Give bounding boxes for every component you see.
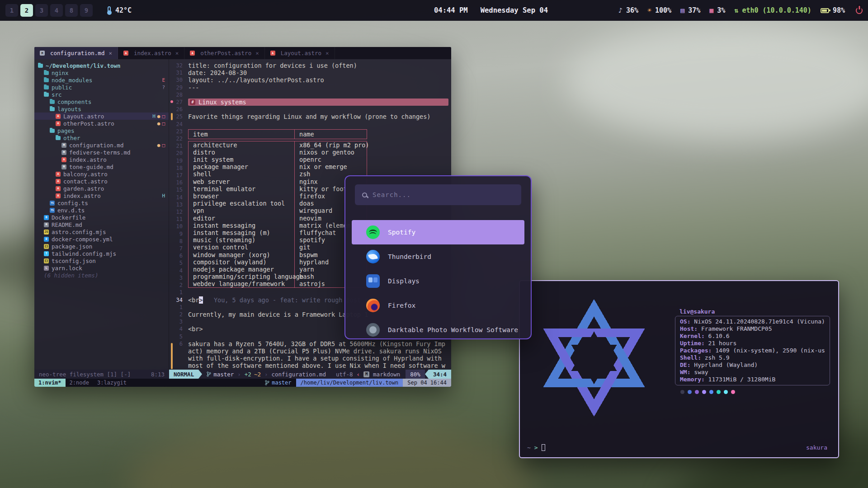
tree-item-balcony.astro[interactable]: balcony.astro [34, 170, 169, 178]
statusline-filename: configuration.md [272, 370, 326, 379]
tab-label: otherPost.astro [200, 50, 251, 56]
tree-item-contact.astro[interactable]: contact.astro [34, 178, 169, 185]
tree-item-nginx[interactable]: nginx [34, 69, 169, 76]
tree-item-tsconfig.json[interactable]: tsconfig.json [34, 257, 169, 264]
js-icon [44, 230, 49, 235]
fetch-field: Shell: zsh 5.9 [680, 354, 825, 361]
tree-item-otherPost.astro[interactable]: otherPost.astro●□ [34, 120, 169, 127]
launcher-item-Thunderbird[interactable]: Thunderbird [352, 244, 524, 269]
table-row: version controlgit [189, 244, 367, 251]
workspace-1[interactable]: 1 [5, 4, 18, 17]
workspace-9[interactable]: 9 [80, 4, 93, 17]
tree-item-label: nginx [52, 70, 69, 76]
table-row: programming/scripting languagebash [189, 273, 367, 280]
tree-item-tone-guide.md[interactable]: tone-guide.md [34, 163, 169, 170]
tree-item-yarn.lock[interactable]: yarn.lock [34, 264, 169, 272]
tree-item-label: README.md [52, 221, 82, 228]
tree-item-garden.astro[interactable]: garden.astro [34, 185, 169, 192]
tree-item-src[interactable]: src [34, 91, 169, 98]
table-row: editorneovim [189, 215, 367, 222]
search-box[interactable] [355, 184, 521, 205]
workspace-8[interactable]: 8 [65, 4, 78, 17]
tree-item-components[interactable]: components [34, 98, 169, 105]
module-cpu[interactable]: 3% [709, 6, 725, 14]
cpu-icon [709, 6, 713, 14]
tree-item-package.json[interactable]: package.json [34, 243, 169, 250]
git-badges: H [162, 193, 169, 199]
tree-item-label: config.ts [57, 200, 88, 206]
tree-item-index.astro[interactable]: index.astroH [34, 192, 169, 199]
close-tab-icon[interactable]: × [326, 50, 329, 56]
tree-item-docker-compose.yml[interactable]: docker-compose.yml [34, 235, 169, 243]
markdown-heading: Linux systems [188, 99, 448, 106]
launcher-item-Displays[interactable]: Displays [352, 269, 524, 293]
tree-item-config.ts[interactable]: config.ts [34, 199, 169, 206]
tmux-window-2:node[interactable]: 2:node [66, 379, 93, 387]
tree-item-Layout.astro[interactable]: Layout.astroH●□ [34, 113, 169, 120]
close-tab-icon[interactable]: × [175, 50, 179, 56]
tab-Layout.astro[interactable]: Layout.astro× [265, 47, 335, 59]
sun-icon [647, 6, 651, 14]
cursor-position: 34:4 [429, 370, 451, 379]
tmux-path: /home/liv/Development/liv.town [296, 379, 403, 387]
tree-root[interactable]: ~/Development/liv.town [34, 62, 169, 69]
power-icon[interactable] [856, 7, 863, 14]
wallpaper-blob [565, 23, 868, 140]
fetch-field-key: Kernel: [680, 333, 705, 339]
shell-prompt[interactable]: ~ > [527, 444, 545, 451]
table-row: instant messagingmatrix (element) [189, 222, 367, 229]
tab-configuration.md[interactable]: configuration.md× [34, 47, 118, 59]
clock-module[interactable]: 04:44 PM Wednesday Sep 04 [434, 6, 548, 14]
tree-item-other[interactable]: other [34, 134, 169, 141]
module-network[interactable]: eth0 (10.0.0.140) [734, 6, 811, 14]
tree-item-public[interactable]: public? [34, 84, 169, 91]
frontmatter: title: configuration for devices i use (… [188, 62, 451, 99]
table-cell: init system [189, 156, 295, 163]
tab-otherPost.astro[interactable]: otherPost.astro× [184, 47, 264, 59]
tmux-window-1:nvim*[interactable]: 1:nvim* [34, 379, 66, 387]
workspace-2[interactable]: 2 [20, 4, 33, 17]
table-cell: compositor (wayland) [189, 258, 295, 266]
date-value: Wednesday Sep 04 [481, 6, 548, 14]
tree-item-configuration.md[interactable]: configuration.md●□ [34, 141, 169, 149]
launcher-item-Spotify[interactable]: Spotify [352, 220, 524, 244]
tmux-window-3:lazygit[interactable]: 3:lazygit [93, 379, 131, 387]
module-brightness[interactable]: 100% [647, 6, 671, 14]
module-memory[interactable]: 37% [680, 6, 700, 14]
temperature-module[interactable]: 42°C [108, 6, 132, 15]
module-volume[interactable]: 36% [618, 6, 638, 14]
tree-item-astro.config.mjs[interactable]: astro.config.mjs [34, 228, 169, 235]
workspace-4[interactable]: 4 [50, 4, 63, 17]
tab-label: configuration.md [50, 50, 104, 56]
workspace-3[interactable]: 3 [35, 4, 48, 17]
astro-icon [56, 172, 61, 177]
git-badge: ● [157, 142, 160, 148]
launcher-item-Firefox[interactable]: Firefox [352, 293, 524, 318]
fetch-field-key: Packages: [680, 347, 712, 354]
tree-item-(6 hidden items)[interactable]: (6 hidden items) [34, 272, 169, 279]
fetch-field: DE: Hyprland (Wayland) [680, 361, 825, 369]
darktable-icon [366, 323, 380, 337]
tree-item-index.astro[interactable]: index.astro [34, 156, 169, 163]
close-tab-icon[interactable]: × [108, 50, 112, 56]
git-branch[interactable]: master [207, 370, 234, 379]
launcher-item-Darktable Photo Workflow Software[interactable]: Darktable Photo Workflow Software [352, 318, 524, 339]
tree-item-Dockerfile[interactable]: Dockerfile [34, 214, 169, 221]
tree-item-README.md[interactable]: README.md [34, 221, 169, 228]
tree-item-fediverse-terms.md[interactable]: fediverse-terms.md [34, 149, 169, 156]
tree-item-layouts[interactable]: layouts [34, 105, 169, 113]
git-badges: E [162, 77, 169, 83]
powerline-separator [425, 370, 429, 379]
tree-item-pages[interactable]: pages [34, 127, 169, 134]
close-tab-icon[interactable]: × [255, 50, 259, 56]
terminal-window[interactable]: liv@sakura OS: NixOS 24.11.20240828.71e9… [519, 280, 839, 458]
tree-item-tailwind.config.mjs[interactable]: tailwind.config.mjs [34, 250, 169, 257]
tree-item-label: layouts [57, 106, 81, 113]
search-input[interactable] [373, 191, 521, 198]
module-battery[interactable]: 98% [821, 6, 845, 14]
tree-item-node_modules[interactable]: node_modulesE [34, 76, 169, 84]
tab-index.astro[interactable]: index.astro× [118, 47, 184, 59]
launcher-item-label: Thunderbird [388, 253, 431, 260]
tree-item-env.d.ts[interactable]: env.d.ts [34, 206, 169, 214]
network-value: eth0 (10.0.0.140) [742, 6, 811, 14]
